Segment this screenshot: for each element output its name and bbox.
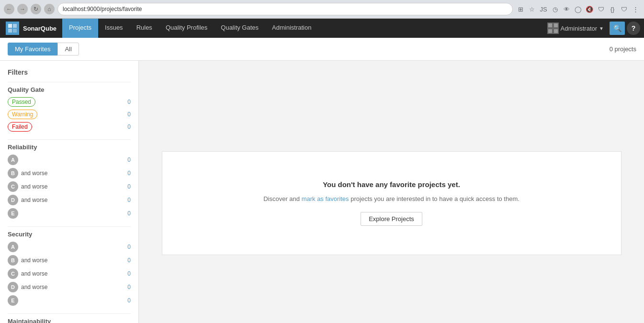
passed-count: 0 — [127, 99, 131, 105]
admin-avatar-icon — [547, 22, 559, 34]
sec-grade-d-badge: D — [8, 282, 18, 292]
grade-b-badge: B — [8, 168, 18, 178]
forward-button[interactable]: → — [17, 4, 28, 14]
grade-c-label: and worse — [21, 183, 47, 190]
reliability-a-count: 0 — [127, 156, 131, 163]
sec-grade-b-group: B and worse — [8, 255, 47, 266]
brand: SonarQube — [0, 19, 62, 38]
extension-icon-circle: ◯ — [573, 4, 583, 14]
reliability-b[interactable]: B and worse 0 — [8, 168, 131, 178]
reliability-d[interactable]: D and worse 0 — [8, 195, 131, 205]
reliability-e[interactable]: E 0 — [8, 208, 131, 219]
extension-icon-clock: ◷ — [550, 4, 560, 14]
sec-grade-a-badge: A — [8, 242, 18, 252]
view-tabs: My Favorites All — [8, 43, 79, 56]
navbar: SonarQube Projects Issues Rules Quality … — [0, 19, 644, 38]
tab-my-favorites[interactable]: My Favorites — [8, 43, 57, 56]
grade-c-badge: C — [8, 181, 18, 192]
nav-item-rules[interactable]: Rules — [130, 19, 159, 38]
warning-tag[interactable]: Warning — [8, 110, 37, 119]
grade-d-label: and worse — [21, 197, 47, 203]
sec-grade-b-badge: B — [8, 255, 18, 266]
security-d[interactable]: D and worse 0 — [8, 282, 131, 292]
security-c[interactable]: C and worse 0 — [8, 268, 131, 279]
description-prefix: Discover and — [263, 195, 301, 202]
reliability-title: Reliability — [8, 139, 131, 151]
sidebar-filters: Filters Quality Gate Passed 0 Warning 0 … — [0, 61, 139, 323]
admin-menu-button[interactable]: Administrator ▼ — [543, 22, 608, 34]
nav-item-quality-profiles[interactable]: Quality Profiles — [159, 19, 214, 38]
sec-grade-e-group: E — [8, 295, 21, 306]
bookmark-icon[interactable]: ☆ — [527, 4, 537, 14]
navbar-nav: Projects Issues Rules Quality Profiles Q… — [62, 19, 543, 38]
security-title: Security — [8, 226, 131, 238]
sec-grade-c-badge: C — [8, 268, 18, 279]
extension-icon-eye: 👁 — [562, 4, 571, 14]
extension-icon-js: JS — [539, 4, 548, 14]
nav-item-quality-gates[interactable]: Quality Gates — [214, 19, 265, 38]
url-text: localhost:9000/projects/favorite — [63, 6, 142, 12]
failed-tag[interactable]: Failed — [8, 122, 32, 132]
sec-grade-d-label: and worse — [21, 284, 47, 290]
browser-menu-icon[interactable]: ⋮ — [631, 4, 640, 14]
help-button[interactable]: ? — [627, 22, 640, 35]
project-count: 0 projects — [610, 45, 636, 53]
reliability-c-count: 0 — [127, 183, 131, 190]
reliability-a[interactable]: A 0 — [8, 155, 131, 165]
grade-a-badge: A — [8, 155, 18, 165]
failed-count: 0 — [127, 123, 131, 130]
reliability-d-count: 0 — [127, 197, 131, 203]
passed-tag[interactable]: Passed — [8, 97, 35, 107]
browser-extension-icons: ⊞ ☆ JS ◷ 👁 ◯ 🔇 🛡 {} 🛡 ⋮ — [516, 4, 640, 14]
grade-c-group: C and worse — [8, 181, 47, 192]
content-area: Filters Quality Gate Passed 0 Warning 0 … — [0, 61, 644, 323]
maintainability-title: Maintainability — [8, 313, 131, 323]
security-b-count: 0 — [127, 257, 131, 264]
empty-state-title: You don't have any favorite projects yet… — [201, 180, 583, 189]
security-e[interactable]: E 0 — [8, 295, 131, 306]
sec-grade-c-label: and worse — [21, 270, 47, 277]
main-content: You don't have any favorite projects yet… — [139, 61, 644, 323]
dropdown-arrow-icon: ▼ — [599, 26, 604, 31]
quality-gate-title: Quality Gate — [8, 82, 131, 93]
security-a-count: 0 — [127, 244, 131, 250]
security-a[interactable]: A 0 — [8, 242, 131, 252]
grade-b-group: B and worse — [8, 168, 47, 178]
filter-item-passed[interactable]: Passed 0 — [8, 97, 131, 107]
security-d-count: 0 — [127, 284, 131, 290]
sonar-cube-icon — [6, 22, 19, 35]
mark-as-favorites-link[interactable]: mark as favorites — [302, 195, 349, 202]
url-bar[interactable]: localhost:9000/projects/favorite — [57, 3, 513, 15]
security-c-count: 0 — [127, 270, 131, 277]
search-button[interactable]: 🔍 — [610, 22, 625, 35]
nav-item-administration[interactable]: Administration — [265, 19, 318, 38]
tab-all[interactable]: All — [57, 43, 79, 56]
grade-b-label: and worse — [21, 170, 47, 177]
svg-rect-2 — [8, 29, 12, 33]
back-button[interactable]: ← — [4, 4, 14, 14]
svg-rect-0 — [8, 24, 12, 28]
description-suffix: projects you are interested in to have a… — [349, 195, 520, 202]
reliability-c[interactable]: C and worse 0 — [8, 181, 131, 192]
sec-grade-e-badge: E — [8, 295, 18, 306]
empty-state: You don't have any favorite projects yet… — [162, 151, 621, 255]
security-e-count: 0 — [127, 297, 131, 304]
nav-item-projects[interactable]: Projects — [62, 19, 98, 38]
explore-projects-button[interactable]: Explore Projects — [361, 212, 422, 226]
svg-rect-5 — [548, 23, 552, 27]
home-button[interactable]: ⌂ — [44, 4, 55, 14]
refresh-button[interactable]: ↻ — [31, 4, 41, 14]
grade-d-group: D and worse — [8, 195, 47, 205]
security-b[interactable]: B and worse 0 — [8, 255, 131, 266]
svg-rect-6 — [554, 23, 558, 27]
extension-icon-shield: 🛡 — [596, 4, 606, 14]
extension-icon-1: ⊞ — [516, 4, 525, 14]
sonar-logo-svg — [8, 23, 17, 33]
sec-grade-d-group: D and worse — [8, 282, 47, 292]
nav-item-issues[interactable]: Issues — [98, 19, 130, 38]
grade-a-group: A — [8, 155, 21, 165]
brand-text: SonarQube — [23, 25, 56, 32]
grade-d-badge: D — [8, 195, 18, 205]
filter-item-warning[interactable]: Warning 0 — [8, 110, 131, 119]
filter-item-failed[interactable]: Failed 0 — [8, 122, 131, 132]
